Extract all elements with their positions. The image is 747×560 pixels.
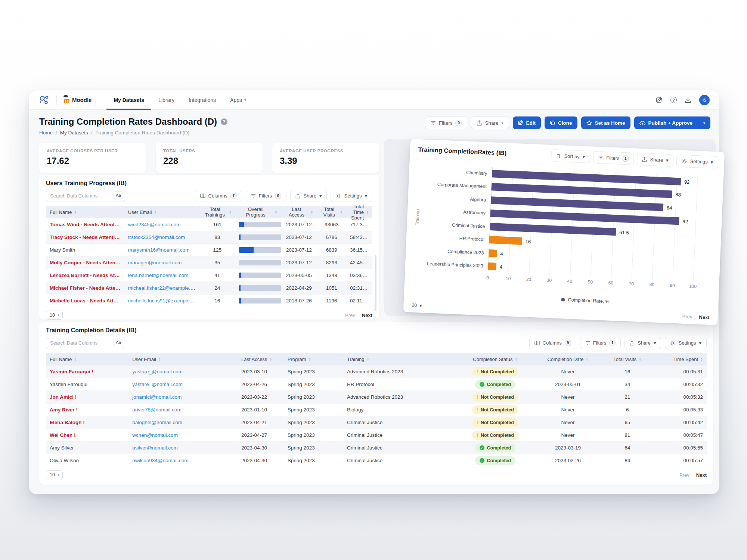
page-size-select[interactable]: 10▾	[46, 470, 63, 479]
match-case-toggle[interactable]: Aa	[114, 192, 123, 199]
table-row[interactable]: Yasmin Farouqui !yasfare_@nomail.com2023…	[46, 365, 707, 378]
page-size-select[interactable]: 20▾	[412, 302, 422, 308]
next-page-button[interactable]: Next	[362, 312, 372, 318]
user-email-link[interactable]: yasfare_@nomail.com	[132, 369, 183, 374]
table-row[interactable]: Tomas Wind - Needs Attention!wind2345@no…	[46, 218, 372, 231]
breadcrumb-home[interactable]: Home	[39, 130, 53, 136]
user-email-link[interactable]: yasfare_@nomail.com	[132, 382, 183, 387]
table-row[interactable]: Wei Chen !wchen@nomail.com2023-04-27Spri…	[46, 429, 707, 442]
column-header-full-name[interactable]: Full Name▲▼	[46, 357, 128, 362]
user-email-link[interactable]: ariver78@nomail.com	[132, 407, 182, 413]
bar-criminal-justice[interactable]	[490, 223, 616, 236]
filters-button[interactable]: Filters 0	[425, 116, 468, 129]
table-row[interactable]: Michael Fisher - Needs Attention!micheal…	[46, 282, 372, 295]
column-header-total-visits[interactable]: Total Visits▲▼	[601, 357, 654, 362]
table-row[interactable]: Yasmin Farouquiyasfare_@nomail.com2023-0…	[46, 378, 707, 391]
column-header-overall-progress[interactable]: Overall Progress▲▼	[235, 206, 281, 218]
nav-item-my-datasets[interactable]: My Datasets	[106, 90, 151, 110]
user-email-link[interactable]: wchen@nomail.com	[132, 432, 178, 438]
nav-item-integrations[interactable]: Integrations	[182, 90, 223, 110]
bar-algebra[interactable]	[491, 196, 663, 211]
edit-button[interactable]: Edit	[513, 116, 541, 129]
breadcrumb-my-datasets[interactable]: My Datasets	[60, 130, 88, 136]
column-header-user-email[interactable]: User Email▲▼	[128, 357, 238, 362]
next-page-button[interactable]: Next	[696, 472, 707, 478]
user-email-link[interactable]: trstock2354@nomail.com	[128, 234, 185, 240]
nav-item-apps[interactable]: Apps▾	[223, 90, 253, 110]
column-header-training[interactable]: Training▲▼	[343, 357, 456, 362]
bar-value-label: 16	[525, 239, 531, 245]
user-email-link[interactable]: micheal.fisher22@example.com	[128, 285, 199, 291]
user-email-link[interactable]: asilver@nomail.com	[132, 445, 178, 451]
column-header-last-access[interactable]: Last Access▲▼	[281, 206, 317, 218]
column-header-completion-status[interactable]: Completion Status▲▼	[456, 357, 535, 362]
column-header-program[interactable]: Program▲▼	[284, 357, 343, 362]
publish-options-chevron[interactable]: ▾	[698, 116, 710, 129]
sort-by-button[interactable]: Sort by ▾	[551, 149, 591, 163]
columns-count-badge: 7	[230, 193, 237, 199]
user-email-link[interactable]: marysmth16@noemail.com	[128, 247, 190, 253]
column-header-user-email[interactable]: User Email▲▼	[124, 209, 199, 215]
user-email-link[interactable]: lena.barnett@noemail.com	[128, 273, 189, 278]
filters-button[interactable]: Filters 1	[593, 151, 635, 165]
clone-button[interactable]: Clone	[545, 116, 577, 129]
table-row[interactable]: Lenazéá Barnett - Needs Attention!lena.b…	[46, 269, 372, 282]
table-row[interactable]: Amy River !ariver78@nomail.com2023-01-10…	[46, 404, 707, 416]
table-row[interactable]: Olivia Wilsonowilson934@nomail.com2023-0…	[46, 454, 707, 467]
nav-item-library[interactable]: Library	[151, 90, 182, 110]
share-button[interactable]: Share ▾	[624, 337, 661, 349]
publish-approve-button[interactable]: Publish + Approve	[634, 116, 698, 129]
set-as-home-button[interactable]: Set as Home	[581, 116, 630, 129]
bar-corporate-management[interactable]	[491, 183, 672, 198]
help-icon[interactable]: ?	[670, 97, 677, 103]
filters-button[interactable]: Filters 1	[580, 337, 621, 349]
prev-page-button[interactable]: Prev	[679, 472, 689, 478]
settings-button[interactable]: Settings ▾	[665, 337, 707, 349]
columns-button[interactable]: Columns 7	[195, 190, 242, 202]
table-row[interactable]: Jon Amici !jonamici@nomail.com2023-03-22…	[46, 391, 707, 404]
settings-button[interactable]: Settings ▾	[331, 190, 372, 202]
user-email-link[interactable]: manager@noemail.com	[128, 260, 182, 265]
user-email-link[interactable]: jonamici@nomail.com	[132, 394, 182, 400]
page-size-select[interactable]: 10▾	[46, 311, 63, 320]
table-row[interactable]: Mary Smithmarysmth16@noemail.com1252023-…	[46, 244, 372, 256]
moodle-logo[interactable]: m Moodle	[63, 97, 92, 103]
compose-icon[interactable]	[655, 96, 663, 104]
user-email-link[interactable]: baloghel@nomail.com	[132, 420, 182, 425]
filters-button[interactable]: Filters 0	[246, 190, 286, 202]
table-scrollbar[interactable]	[375, 255, 376, 311]
next-page-button[interactable]: Next	[699, 314, 710, 320]
column-header-total-trainings[interactable]: Total Trainings▲▼	[199, 206, 235, 218]
share-button[interactable]: Share ▾	[637, 153, 674, 167]
data-explorer-logo-icon	[38, 94, 50, 106]
title-help-icon[interactable]: ?	[221, 118, 227, 125]
column-header-total-time-spent[interactable]: Total Time Spent▲▼	[346, 204, 372, 221]
column-header-time-spent[interactable]: Time Spent▲▼	[654, 357, 707, 362]
column-header-full-name[interactable]: Full Name▲▼	[46, 209, 124, 215]
user-email-link[interactable]: michelle.lucas91@example.com	[128, 298, 199, 304]
app-logo[interactable]	[38, 94, 50, 106]
table-row[interactable]: Amy Silverasilver@nomail.com2023-04-30Sp…	[46, 442, 707, 454]
column-header-completion-date[interactable]: Completion Date▲▼	[535, 357, 601, 362]
table-row[interactable]: Michelle Lucas - Needs Attention!michell…	[46, 295, 372, 307]
column-header-total-visits[interactable]: Total Visits▲▼	[317, 206, 346, 218]
download-icon[interactable]	[684, 96, 692, 104]
settings-button[interactable]: Settings ▾	[676, 155, 719, 169]
column-header-last-access[interactable]: Last Access▲▼	[238, 357, 284, 362]
bar-compliance-2023[interactable]	[489, 249, 497, 257]
bar-leadership-principles-2023[interactable]	[488, 262, 496, 270]
table-row[interactable]: Tracy Stock - Needs Attention!trstock235…	[46, 231, 372, 244]
prev-page-button[interactable]: Prev	[682, 314, 692, 320]
user-email-link[interactable]: owilson934@nomail.com	[132, 458, 188, 463]
completion-status-cell: ✓Completed	[456, 444, 535, 452]
prev-page-button[interactable]: Prev	[345, 312, 355, 318]
match-case-toggle[interactable]: Aa	[114, 339, 123, 346]
table-row[interactable]: Elena Balogh !baloghel@nomail.com2023-04…	[46, 416, 707, 429]
user-avatar[interactable]: IS	[699, 95, 710, 105]
bar-hr-protocol[interactable]	[489, 236, 522, 245]
columns-button[interactable]: Columns 9	[529, 337, 576, 349]
share-button[interactable]: Share ▾	[471, 116, 509, 129]
table-row[interactable]: Molly Cooper - Needs Attention!manager@n…	[46, 256, 372, 269]
share-button[interactable]: Share ▾	[290, 190, 327, 202]
user-email-link[interactable]: wind2345@nomail.com	[128, 222, 181, 227]
